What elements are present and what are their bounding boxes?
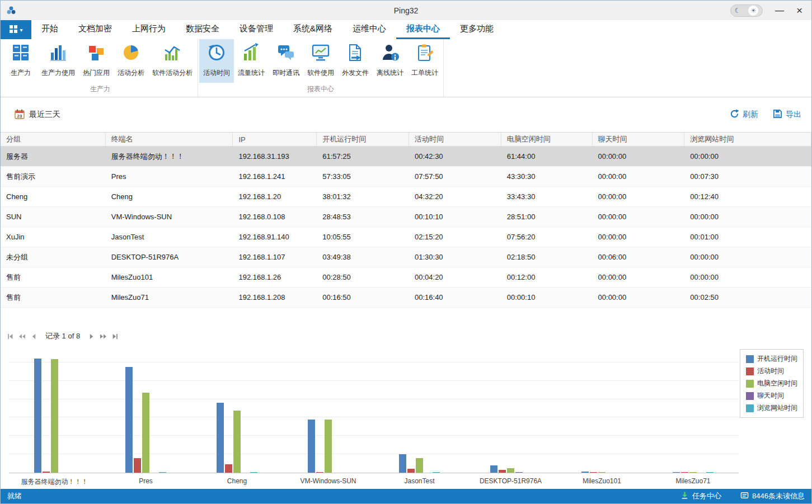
tab-文档加密[interactable]: 文档加密 — [68, 20, 122, 39]
tab-上网行为[interactable]: 上网行为 — [122, 20, 176, 39]
table-row[interactable]: SUNVM-Windows-SUN192.168.0.10828:48:5300… — [1, 207, 811, 227]
tool-即时通讯[interactable]: 即时通讯 — [269, 39, 303, 83]
light-mode-icon[interactable]: ☀ — [748, 6, 758, 16]
chart-bar[interactable] — [308, 420, 315, 473]
tab-报表中心[interactable]: 报表中心 — [396, 20, 450, 39]
status-bar: 就绪 任务中心 8446条未读信息 — [1, 489, 811, 503]
table-row[interactable]: 售前MilesZuo101192.168.1.2600:28:5000:04:2… — [1, 267, 811, 288]
prev-page-icon[interactable] — [31, 333, 37, 340]
tab-数据安全[interactable]: 数据安全 — [176, 20, 229, 39]
chart-bar[interactable] — [590, 472, 597, 473]
ribbon-tab-bar: ▾ 开始文档加密上网行为数据安全设备管理系统&网络运维中心报表中心更多功能 — [1, 20, 811, 39]
table-header-row: 分组终端名IP开机运行时间活动时间电脑空闲时间聊天时间浏览网站时间 — [1, 132, 811, 147]
chart-bar[interactable] — [233, 411, 241, 473]
tab-设备管理[interactable]: 设备管理 — [229, 20, 283, 39]
file-menu-button[interactable]: ▾ — [1, 20, 31, 39]
chart-bar[interactable] — [490, 465, 497, 473]
close-button[interactable]: × — [796, 5, 802, 16]
table-row[interactable]: 售前MilesZuo71192.168.1.20800:16:5000:16:4… — [1, 288, 811, 308]
tool-流量统计[interactable]: 流量统计 — [234, 39, 269, 83]
chart-bar[interactable] — [134, 458, 141, 473]
table-row[interactable]: ChengCheng192.168.1.2038:01:3204:32:2033… — [1, 187, 811, 207]
chart-bar[interactable] — [316, 472, 323, 473]
column-header-8[interactable]: 浏览网站时间 — [684, 133, 811, 146]
chart-bar[interactable] — [125, 367, 133, 473]
chart-bar[interactable] — [225, 464, 232, 473]
refresh-label: 刷新 — [743, 110, 758, 120]
minimize-button[interactable]: — — [775, 6, 784, 15]
chart-bar[interactable] — [399, 454, 406, 473]
task-center-button[interactable]: 任务中心 — [680, 491, 721, 501]
chart-bar[interactable] — [499, 470, 506, 473]
chart-category-group — [283, 345, 374, 473]
tool-生产力[interactable]: 生产力 — [4, 39, 37, 83]
table-cell: 00:06:00 — [593, 247, 685, 267]
chart-bar[interactable] — [598, 472, 606, 473]
tool-活动时间[interactable]: 活动时间 — [199, 39, 234, 83]
tool-label: 活动时间 — [203, 68, 230, 78]
chart-bar[interactable] — [673, 472, 680, 473]
tool-热门应用[interactable]: 热门应用 — [79, 39, 114, 83]
table-row[interactable]: 服务器服务器终端勿动！！！192.168.31.19361:57:2500:42… — [1, 147, 811, 167]
fast-next-page-icon[interactable] — [100, 333, 107, 340]
column-header-6[interactable]: 电脑空闲时间 — [501, 133, 593, 146]
tool-活动分析[interactable]: 活动分析 — [114, 39, 148, 83]
column-header-2[interactable]: 终端名 — [106, 133, 233, 146]
table-cell: 00:01:00 — [684, 227, 811, 247]
theme-toggle[interactable]: ☾ ☀ — [730, 4, 763, 17]
tool-软件活动分析[interactable]: 软件活动分析 — [148, 39, 196, 83]
chat-icon — [276, 43, 295, 64]
chart-bar[interactable] — [515, 472, 523, 473]
last-page-icon[interactable] — [112, 333, 118, 340]
chart-bar[interactable] — [43, 472, 50, 473]
tab-运维中心[interactable]: 运维中心 — [342, 20, 396, 39]
table-row[interactable]: 售前演示Pres192.168.1.24157:33:0507:57:5043:… — [1, 167, 811, 187]
table-row[interactable]: 未分组DESKTOP-51R976A192.168.1.10703:49:380… — [1, 247, 811, 267]
legend-label: 开机运行时间 — [757, 354, 797, 364]
chart-bar[interactable] — [51, 359, 58, 473]
column-header-7[interactable]: 聊天时间 — [593, 133, 685, 146]
chart-legend: 开机运行时间活动时间电脑空闲时间聊天时间浏览网站时间 — [740, 349, 804, 418]
chart-x-label: DESKTOP-51R976A — [465, 473, 556, 487]
tool-生产力使用[interactable]: 生产力使用 — [37, 39, 79, 83]
chart-bar[interactable] — [433, 472, 440, 473]
tool-label: 软件使用 — [307, 68, 334, 78]
chart-bar[interactable] — [142, 393, 149, 473]
tool-外发文件[interactable]: 外发文件 — [338, 39, 373, 83]
table-row[interactable]: XuJinJasonTest192.168.91.14010:05:5502:1… — [1, 227, 811, 247]
group-label: 生产力 — [4, 83, 196, 97]
tab-更多功能[interactable]: 更多功能 — [450, 20, 504, 39]
tab-开始[interactable]: 开始 — [31, 20, 68, 39]
chart-bar[interactable] — [407, 469, 415, 473]
chart-bar[interactable] — [581, 472, 589, 473]
column-header-4[interactable]: 开机运行时间 — [317, 133, 409, 146]
table-cell: 61:57:25 — [317, 147, 409, 166]
chart-bar[interactable] — [507, 468, 514, 473]
chart-bar[interactable] — [325, 420, 332, 473]
dark-mode-icon[interactable]: ☾ — [735, 7, 741, 15]
date-range-button[interactable]: 23 最近三天 — [14, 109, 60, 121]
column-header-5[interactable]: 活动时间 — [409, 133, 501, 146]
table-cell: Cheng — [1, 187, 106, 206]
chart-bar[interactable] — [217, 403, 224, 473]
tool-离线统计[interactable]: 离线统计 — [373, 39, 407, 83]
tool-软件使用[interactable]: 软件使用 — [303, 39, 338, 83]
next-page-icon[interactable] — [88, 333, 95, 340]
chart-bar[interactable] — [34, 359, 41, 473]
chart-bar[interactable] — [250, 472, 257, 473]
column-header-3[interactable]: IP — [233, 133, 317, 146]
first-page-icon[interactable] — [7, 333, 13, 340]
chart-bar[interactable] — [706, 472, 714, 473]
tool-工单统计[interactable]: 工单统计 — [407, 39, 442, 83]
tab-系统&网络[interactable]: 系统&网络 — [283, 20, 342, 39]
refresh-button[interactable]: 刷新 — [730, 109, 758, 120]
export-button[interactable]: 导出 — [773, 109, 801, 120]
chart-bar[interactable] — [416, 458, 423, 473]
fast-prev-page-icon[interactable] — [18, 333, 26, 340]
table-cell: 03:49:38 — [317, 247, 409, 267]
chart-bar[interactable] — [689, 472, 697, 473]
chart-bar[interactable] — [159, 472, 166, 473]
column-header-1[interactable]: 分组 — [1, 133, 106, 146]
unread-messages-button[interactable]: 8446条未读信息 — [740, 491, 805, 501]
chart-bar[interactable] — [681, 472, 688, 473]
